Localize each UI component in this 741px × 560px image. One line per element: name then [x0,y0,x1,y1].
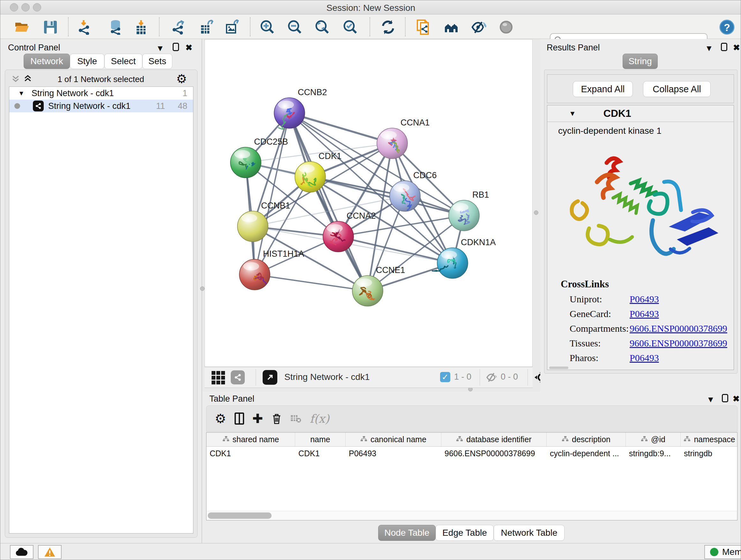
node-ccnb2[interactable]: CCNB2 [274,87,327,129]
tab-network-table[interactable]: Network Table [494,525,564,541]
svg-text:?: ? [724,22,730,33]
expand-all-networks-icon[interactable] [23,74,32,83]
column-header-namespace[interactable]: namespace [681,433,738,446]
float-panel-icon[interactable]: ▼ [156,44,164,53]
edge[interactable] [289,113,367,291]
table-settings-gear-icon[interactable]: ⚙ [215,411,226,426]
crosslink-link[interactable]: 9606.ENSP00000378699 [630,338,727,349]
table-cell[interactable]: cyclin-dependent ... [547,447,626,460]
expand-all-button[interactable]: Expand All [573,81,633,97]
zoom-selected-icon[interactable] [342,19,358,35]
memory-button[interactable]: Memory [704,545,741,559]
column-header--id[interactable]: @id [626,433,681,446]
home-icon[interactable] [443,19,459,35]
zoom-fit-icon[interactable] [314,19,330,35]
zoom-in-icon[interactable] [259,19,275,35]
import-database-icon[interactable] [108,19,124,35]
float-panel-icon[interactable]: ▼ [705,44,713,53]
collection-expander-icon[interactable]: ▼ [18,90,24,97]
network-options-gear-icon[interactable]: ⚙ [176,72,187,86]
hide-unhide-icon[interactable] [471,19,487,35]
tab-style[interactable]: Style [70,54,105,69]
column-header-shared-name[interactable]: shared name [206,433,295,446]
crosslink-link[interactable]: 9606.ENSP00000378699 [630,323,727,334]
node-cdkn1a[interactable]: CDKN1A [432,238,495,278]
close-panel-icon[interactable]: ✖ [733,394,740,404]
node-ccnb1[interactable]: CCNB1 [238,201,290,242]
maximize-panel-icon[interactable] [722,394,728,402]
close-panel-icon[interactable]: ✖ [733,43,740,53]
zoom-out-icon[interactable] [287,19,303,35]
export-image-icon[interactable] [224,19,240,35]
network-row-selected[interactable]: String Network - cdk1 11 48 [9,100,193,112]
table-hscrollbar[interactable] [206,511,738,520]
memory-label: Memory [722,547,741,557]
results-hscrollbar[interactable] [549,367,568,369]
column-header-description[interactable]: description [547,433,626,446]
birdseye-grid-icon[interactable] [212,371,225,384]
maximize-panel-icon[interactable] [721,43,727,51]
title-bar: Session: New Session [0,0,741,14]
tab-string[interactable]: String [623,54,658,69]
table-cell[interactable]: 9606.ENSP00000378699 [441,447,547,460]
show-columns-icon[interactable] [234,413,244,425]
table-cell[interactable]: stringdb:9... [626,447,681,460]
node-cdk1[interactable]: CDK1 [295,151,341,192]
tab-select[interactable]: Select [105,54,142,69]
table-cell[interactable]: stringdb [681,447,738,460]
table-cell[interactable]: CDK1 [206,447,295,460]
collapse-all-button[interactable]: Collapse All [643,81,711,97]
edge[interactable] [255,274,367,291]
table-cell[interactable]: P06493 [346,447,441,460]
table-cell[interactable]: CDK1 [295,447,346,460]
right-divider-handle[interactable] [534,210,538,215]
gene-card-header[interactable]: ▼ CDK1 [547,105,734,122]
column-header-canonical-name[interactable]: canonical name [346,433,441,446]
column-header-database-identifier[interactable]: database identifier [441,433,547,446]
close-panel-icon[interactable]: ✖ [185,43,192,53]
node-hist1h1a[interactable]: HIST1H1A [239,249,304,290]
collapse-all-networks-icon[interactable] [11,74,20,83]
edge[interactable] [289,113,392,143]
selected-items-checkbox[interactable]: ✓ [440,372,450,382]
network-graph[interactable]: CCNB2CCNA1CDC25BCDK1CDC6RB1CCNB1CCNA2CDK… [205,40,532,367]
export-network-icon[interactable] [171,19,187,35]
export-table-icon[interactable] [199,19,215,35]
open-in-window-icon[interactable] [263,370,277,385]
float-panel-icon[interactable]: ▼ [706,395,715,405]
cloud-status-button[interactable] [10,545,33,559]
import-network-icon[interactable] [77,19,93,35]
node-ccna1[interactable]: CCNA1 [377,118,430,159]
crosslink-link[interactable]: P06493 [630,294,659,305]
network-collection-row[interactable]: ▼ String Network - cdk1 1 [9,87,193,100]
gene-expander-icon[interactable]: ▼ [569,110,576,118]
function-builder-icon[interactable]: f(x) [310,412,329,425]
column-header-name[interactable]: name [295,433,346,446]
string-view-icon[interactable] [231,370,245,384]
clone-network-icon[interactable] [415,19,431,35]
tab-sets[interactable]: Sets [142,54,172,69]
delete-column-icon[interactable] [271,413,282,425]
table-hscrollbar-thumb[interactable] [208,512,272,519]
open-session-icon[interactable] [14,19,30,35]
node-ccne1[interactable]: CCNE1 [352,265,405,306]
refresh-icon[interactable] [380,19,396,35]
node-rb1[interactable]: RB1 [449,190,489,231]
crosslink-link[interactable]: P06493 [630,353,659,363]
inactive-eye-icon[interactable] [498,19,514,35]
maximize-panel-icon[interactable] [173,43,179,51]
help-icon[interactable]: ? [719,19,735,35]
add-column-icon[interactable]: ✚ [253,411,263,426]
crosslink-label: GeneCard: [569,308,611,319]
crosslink-link[interactable]: P06493 [630,308,659,319]
edge[interactable] [338,237,453,263]
warning-status-button[interactable] [38,545,62,559]
table-row[interactable]: CDK1CDK1P064939606.ENSP00000378699cyclin… [206,447,737,460]
left-divider-handle[interactable] [200,287,205,291]
network-canvas[interactable]: CCNB2CCNA1CDC25BCDK1CDC6RB1CCNB1CCNA2CDK… [205,39,533,367]
tab-node-table[interactable]: Node Table [378,525,435,541]
save-session-icon[interactable] [43,19,58,35]
tab-edge-table[interactable]: Edge Table [435,525,494,541]
tab-network[interactable]: Network [23,54,70,69]
import-table-icon[interactable] [133,19,149,35]
